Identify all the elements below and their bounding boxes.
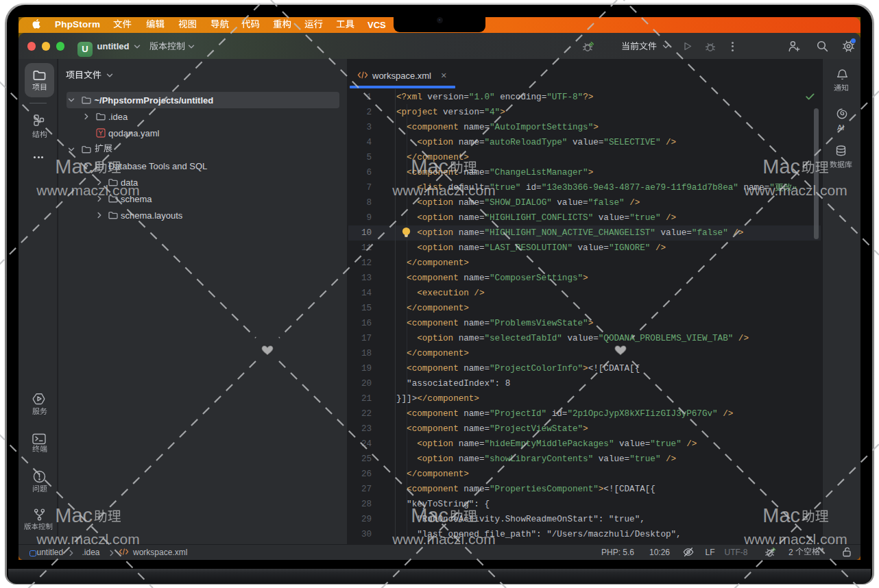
svg-text:www.maczl.com: www.maczl.com (743, 531, 847, 547)
svg-text:www.maczl.com: www.maczl.com (392, 182, 496, 198)
svg-text:www.maczl.com: www.maczl.com (743, 182, 847, 198)
svg-text:Mac: Mac (55, 504, 93, 526)
svg-text:Mac: Mac (411, 504, 448, 526)
svg-text:Mac: Mac (411, 156, 448, 177)
svg-text:Mac: Mac (55, 156, 93, 177)
svg-text:www.maczl.com: www.maczl.com (392, 531, 496, 547)
svg-text:www.maczl.com: www.maczl.com (36, 531, 140, 547)
svg-text:www.maczl.com: www.maczl.com (36, 182, 140, 198)
svg-text:Mac: Mac (762, 504, 800, 526)
svg-text:Mac: Mac (762, 156, 800, 177)
